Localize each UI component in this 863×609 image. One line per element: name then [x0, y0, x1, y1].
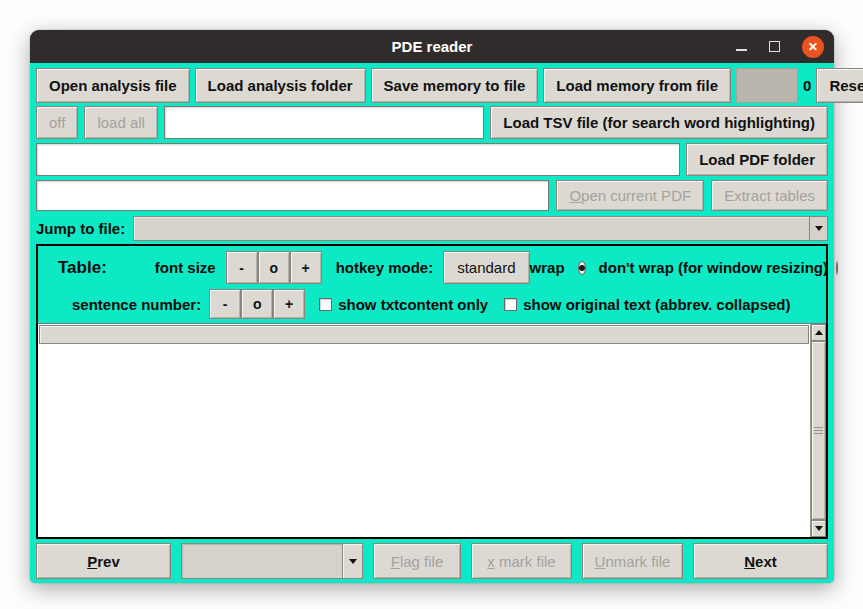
nowrap-option-label: don't wrap (for window resizing) — [599, 259, 828, 276]
load-memory-from-file-button[interactable]: Load memory from file — [543, 68, 731, 103]
sentence-number-label: sentence number: — [72, 296, 201, 313]
vertical-scrollbar[interactable] — [810, 324, 826, 537]
next-button[interactable]: Next — [693, 543, 828, 579]
titlebar[interactable]: PDE reader ✕ — [30, 30, 834, 63]
scroll-up-icon[interactable] — [811, 324, 826, 341]
jump-to-file-row: Jump to file: — [36, 216, 828, 241]
flag-file-button[interactable]: Flag file — [373, 543, 461, 579]
x-mark-file-button[interactable]: x mark file — [471, 543, 572, 579]
show-original-label: show original text (abbrev. collapsed) — [523, 296, 790, 313]
toolbar-row-4: Open current PDF Extract tables — [36, 180, 828, 211]
sentence-number-reset-button[interactable]: o — [241, 289, 273, 319]
prev-button[interactable]: Prev — [36, 543, 171, 579]
unmark-file-button[interactable]: Unmark file — [582, 543, 683, 579]
open-current-pdf-button[interactable]: Open current PDF — [556, 180, 704, 211]
chevron-down-icon[interactable] — [809, 217, 827, 240]
window-title: PDE reader — [392, 38, 473, 55]
wrap-option-label: wrap — [530, 259, 565, 276]
table-body — [38, 323, 826, 537]
sentence-number-minus-button[interactable]: - — [209, 289, 241, 319]
open-analysis-file-button[interactable]: Open analysis file — [36, 68, 190, 103]
maximize-icon[interactable] — [769, 41, 780, 52]
show-txtcontent-checkbox[interactable] — [319, 298, 332, 311]
table-text-container — [38, 324, 810, 537]
font-size-label: font size — [155, 259, 216, 276]
file-combobox-value — [182, 544, 342, 578]
table-section: Table: font size - o + hotkey mode: stan… — [36, 244, 828, 539]
load-tsv-button[interactable]: Load TSV file (for search word highlight… — [490, 106, 828, 139]
nowrap-radio[interactable] — [836, 261, 838, 275]
jump-to-file-combobox[interactable] — [133, 216, 828, 241]
jump-combobox-value — [134, 217, 809, 240]
window-content: Open analysis file Load analysis folder … — [30, 63, 834, 583]
toolbar-row-2: off load all Load TSV file (for search w… — [36, 106, 828, 139]
scroll-down-icon[interactable] — [811, 520, 826, 537]
save-memory-to-file-button[interactable]: Save memory to file — [371, 68, 539, 103]
pde-reader-window: PDE reader ✕ Open analysis file Load ana… — [30, 30, 834, 583]
hotkey-mode-label: hotkey mode: — [336, 259, 434, 276]
memory-count-label: 0 — [803, 68, 811, 103]
load-all-button[interactable]: load all — [84, 106, 158, 139]
memory-entry[interactable] — [736, 68, 798, 103]
toolbar-row-1: Open analysis file Load analysis folder … — [36, 68, 828, 103]
minimize-icon[interactable] — [736, 49, 747, 51]
reset-form-button[interactable]: Reset form — [816, 68, 863, 103]
search-word-entry[interactable] — [164, 106, 484, 139]
table-controls-row-2: sentence number: - o + show txtcontent o… — [38, 289, 826, 319]
font-size-reset-button[interactable]: o — [258, 251, 290, 284]
hotkey-mode-button[interactable]: standard — [443, 251, 529, 284]
table-text-area[interactable] — [38, 344, 810, 537]
show-txtcontent-label: show txtcontent only — [338, 296, 488, 313]
load-pdf-folder-button[interactable]: Load PDF folder — [686, 143, 828, 176]
close-icon[interactable]: ✕ — [802, 36, 824, 58]
table-section-title: Table: — [58, 258, 107, 278]
scrollbar-thumb[interactable] — [811, 341, 826, 520]
off-button[interactable]: off — [36, 106, 78, 139]
window-controls: ✕ — [736, 30, 824, 63]
wrap-radio[interactable] — [578, 261, 586, 275]
jump-to-file-label: Jump to file: — [36, 216, 125, 241]
current-pdf-entry[interactable] — [36, 180, 549, 211]
sentence-number-plus-button[interactable]: + — [273, 289, 305, 319]
toolbar-row-3: Load PDF folder — [36, 143, 828, 176]
horizontal-scrollbar[interactable] — [39, 325, 809, 344]
load-analysis-folder-button[interactable]: Load analysis folder — [195, 68, 366, 103]
chevron-down-icon[interactable] — [342, 544, 362, 578]
font-size-minus-button[interactable]: - — [226, 251, 258, 284]
pdf-folder-entry[interactable] — [36, 143, 680, 176]
footer-row: Prev Flag file x mark file Unmark file N… — [36, 543, 828, 579]
file-select-combobox[interactable] — [181, 543, 363, 579]
font-size-plus-button[interactable]: + — [290, 251, 322, 284]
show-original-checkbox[interactable] — [504, 298, 517, 311]
table-controls-row-1: Table: font size - o + hotkey mode: stan… — [38, 251, 826, 284]
extract-tables-button[interactable]: Extract tables — [711, 180, 828, 211]
